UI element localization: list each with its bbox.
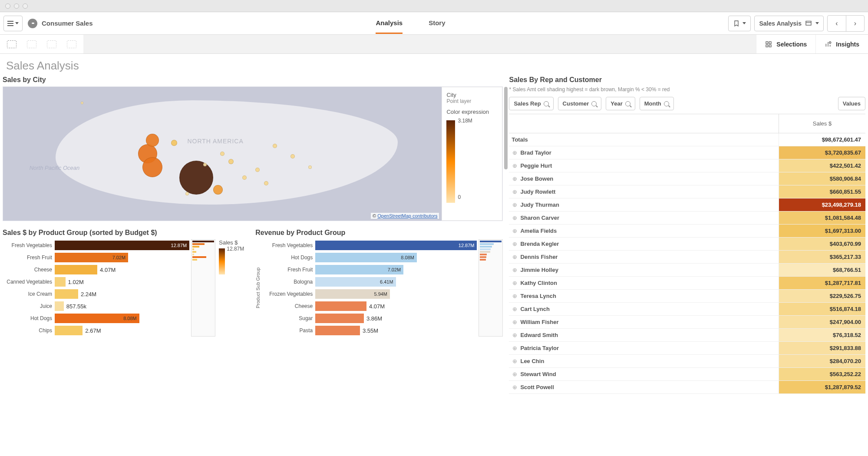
map-bubble[interactable] [185, 192, 189, 195]
table-row[interactable]: ⊕Jimmie Holley$68,766.51 [509, 264, 865, 277]
smart-search-icon[interactable] [7, 40, 17, 48]
map-bubble[interactable] [290, 154, 295, 159]
expand-icon[interactable]: ⊕ [509, 371, 520, 377]
map-bubble[interactable] [273, 144, 277, 148]
table-row[interactable]: ⊕Cart Lynch$516,874.18 [509, 303, 865, 316]
table-row[interactable]: ⊕Judy Thurman$23,498,279.18 [509, 198, 865, 211]
table-row[interactable]: ⊕Judy Rowlett$660,851.55 [509, 185, 865, 198]
map-bubble[interactable] [146, 134, 159, 147]
map-bubble[interactable] [179, 161, 213, 195]
table-row[interactable]: ⊕Brenda Kegler$403,670.99 [509, 238, 865, 251]
map-bubble[interactable] [142, 157, 162, 177]
traffic-light-close[interactable] [5, 3, 10, 9]
map-bubble[interactable] [220, 152, 224, 156]
tab-story[interactable]: Story [429, 13, 445, 34]
selections-button[interactable]: Selections [756, 35, 815, 53]
dimension-selector[interactable]: Customer [558, 97, 602, 110]
map-bubble[interactable] [242, 175, 247, 180]
sales-by-city-map[interactable]: North Pacific Ocean NORTH AMERICA © Open… [3, 86, 503, 221]
table-row[interactable]: ⊕Sharon Carver$1,081,584.48 [509, 211, 865, 225]
bar[interactable] [55, 277, 66, 287]
traffic-light-zoom[interactable] [23, 3, 28, 9]
expand-icon[interactable]: ⊕ [509, 319, 520, 325]
expand-icon[interactable]: ⊕ [509, 345, 520, 351]
tab-analysis[interactable]: Analysis [376, 13, 403, 34]
table-row[interactable]: ⊕Brad Taylor$3,720,835.67 [509, 146, 865, 159]
expand-icon[interactable]: ⊕ [509, 280, 520, 286]
expand-icon[interactable]: ⊕ [509, 384, 520, 390]
bar[interactable] [315, 326, 360, 335]
scrollbar-thumb[interactable] [504, 87, 508, 169]
next-sheet-button[interactable]: › [846, 16, 864, 31]
bar[interactable] [55, 265, 97, 274]
expand-icon[interactable]: ⊕ [509, 175, 520, 182]
map-bubble[interactable] [171, 140, 177, 146]
table-row[interactable]: ⊕Lee Chin$284,070.20 [509, 355, 865, 368]
bookmark-button[interactable] [728, 16, 751, 31]
main-menu-button[interactable] [3, 16, 23, 31]
step-back-icon[interactable] [27, 40, 36, 48]
bar[interactable]: 12.87M [55, 241, 189, 250]
map-bubble[interactable] [228, 159, 234, 164]
map-bubble[interactable] [213, 185, 223, 195]
expand-icon[interactable]: ⊕ [509, 162, 520, 169]
traffic-light-minimize[interactable] [14, 3, 19, 9]
table-row[interactable]: ⊕Peggie Hurt$422,501.42 [509, 159, 865, 172]
bar[interactable] [55, 289, 78, 299]
values-button[interactable]: Values [838, 97, 865, 110]
table-row[interactable]: ⊕Kathy Clinton$1,287,717.81 [509, 277, 865, 290]
expand-icon[interactable]: ⊕ [509, 202, 520, 208]
expand-icon[interactable]: ⊕ [509, 358, 520, 364]
expand-icon[interactable]: ⊕ [509, 149, 520, 156]
chart2-minimap[interactable] [479, 239, 503, 337]
revenue-by-product-group-chart[interactable]: Product Sub Group Fresh VegetablesHot Do… [255, 239, 503, 337]
bar[interactable]: 8.08M [55, 314, 139, 323]
expand-icon[interactable]: ⊕ [509, 254, 520, 260]
bar[interactable]: 7.02M [55, 253, 128, 262]
osm-link[interactable]: OpenStreetMap contributors [377, 213, 437, 218]
prev-sheet-button[interactable]: ‹ [828, 16, 846, 31]
expand-icon[interactable]: ⊕ [509, 306, 520, 312]
table-row[interactable]: ⊕William Fisher$247,904.00 [509, 316, 865, 329]
expand-icon[interactable]: ⊕ [509, 293, 520, 299]
table-row[interactable]: ⊕Edward Smith$76,318.52 [509, 329, 865, 342]
table-row[interactable]: ⊕Scott Powell$1,287,879.52 [509, 381, 865, 394]
rep-customer-table[interactable]: Sales $ Totals $98,672,601.47 ⊕Brad Tayl… [509, 114, 865, 394]
expand-icon[interactable]: ⊕ [509, 228, 520, 234]
table-row[interactable]: ⊕Dennis Fisher$365,217.33 [509, 251, 865, 264]
bar[interactable]: 5.94M [315, 289, 390, 299]
bar[interactable]: 8.08M [315, 253, 417, 262]
expand-icon[interactable]: ⊕ [509, 215, 520, 221]
dimension-selector[interactable]: Month [640, 97, 674, 110]
table-row[interactable]: ⊕Amelia Fields$1,697,313.00 [509, 225, 865, 238]
map-bubble[interactable] [255, 168, 260, 172]
map-bubble[interactable] [203, 163, 207, 166]
chart1-minimap[interactable] [191, 239, 215, 337]
map-bubble[interactable] [308, 165, 312, 169]
sales-by-product-group-chart[interactable]: Fresh VegetablesFresh FruitCheeseCanned … [3, 239, 250, 337]
expand-icon[interactable]: ⊕ [509, 267, 520, 273]
sheet-selector[interactable]: Sales Analysis [754, 16, 824, 31]
map-bubble[interactable] [264, 181, 268, 185]
bar[interactable]: 6.41M [315, 277, 396, 287]
insights-button[interactable]: Insights [815, 35, 868, 53]
expand-icon[interactable]: ⊕ [509, 241, 520, 247]
bar[interactable] [315, 314, 364, 323]
clear-selections-icon[interactable] [67, 40, 76, 48]
table-row[interactable]: ⊕Stewart Wind$563,252.22 [509, 368, 865, 381]
step-forward-icon[interactable] [47, 40, 56, 48]
bar[interactable]: 12.87M [315, 241, 477, 250]
table-row[interactable]: ⊕Jose Bowen$580,906.84 [509, 172, 865, 185]
table-row[interactable]: ⊕Teresa Lynch$229,526.75 [509, 290, 865, 303]
map-bubble[interactable] [81, 102, 83, 104]
table-row[interactable]: ⊕Patricia Taylor$291,833.88 [509, 342, 865, 355]
dimension-selector[interactable]: Sales Rep [509, 97, 553, 110]
expand-icon[interactable]: ⊕ [509, 332, 520, 338]
bar[interactable] [315, 301, 366, 311]
expand-icon[interactable]: ⊕ [509, 188, 520, 195]
col-header-sales[interactable]: Sales $ [779, 114, 865, 133]
bar[interactable] [55, 301, 64, 311]
dimension-selector[interactable]: Year [606, 97, 635, 110]
bar[interactable] [55, 326, 83, 335]
bar[interactable]: 7.02M [315, 265, 403, 274]
